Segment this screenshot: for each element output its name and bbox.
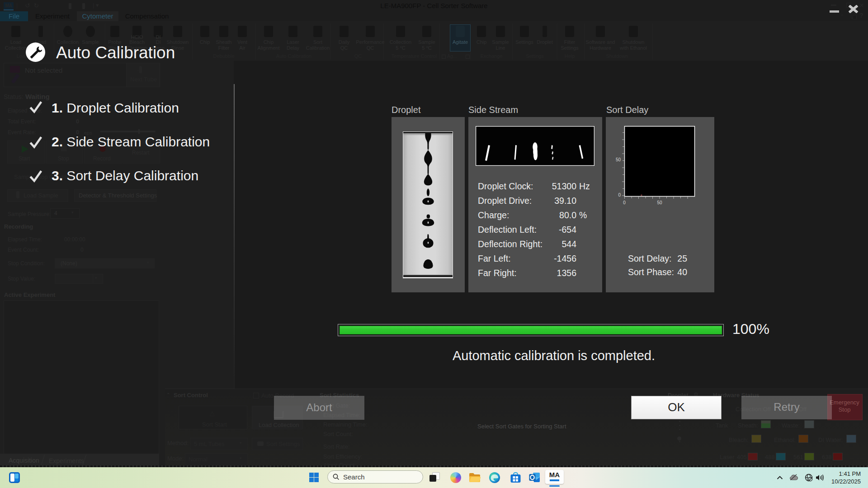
- svg-text:50: 50: [657, 200, 662, 205]
- svg-text:0: 0: [618, 192, 621, 197]
- svg-text:0: 0: [623, 200, 626, 205]
- svg-text:50: 50: [616, 157, 621, 162]
